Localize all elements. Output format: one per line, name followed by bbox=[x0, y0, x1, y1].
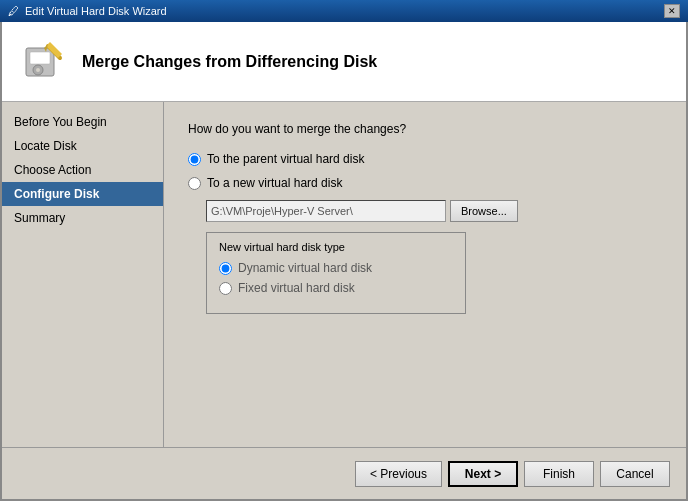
wizard-body: Before You Begin Locate Disk Choose Acti… bbox=[2, 102, 686, 447]
sidebar-item-summary[interactable]: Summary bbox=[2, 206, 163, 230]
dynamic-disk-label: Dynamic virtual hard disk bbox=[238, 261, 372, 275]
wizard-header-icon bbox=[18, 38, 66, 86]
disk-type-box: New virtual hard disk type Dynamic virtu… bbox=[206, 232, 466, 314]
fixed-disk-radio[interactable] bbox=[219, 282, 232, 295]
sidebar-item-before-you-begin[interactable]: Before You Begin bbox=[2, 110, 163, 134]
option1-radio[interactable] bbox=[188, 153, 201, 166]
wizard-footer: < Previous Next > Finish Cancel bbox=[2, 447, 686, 499]
dynamic-disk-option: Dynamic virtual hard disk bbox=[219, 261, 453, 275]
browse-button[interactable]: Browse... bbox=[450, 200, 518, 222]
sidebar-item-locate-disk[interactable]: Locate Disk bbox=[2, 134, 163, 158]
title-bar: 🖊 Edit Virtual Hard Disk Wizard ✕ bbox=[0, 0, 688, 22]
file-path-input[interactable] bbox=[206, 200, 446, 222]
close-button[interactable]: ✕ bbox=[664, 4, 680, 18]
disk-type-legend: New virtual hard disk type bbox=[219, 241, 453, 253]
svg-point-3 bbox=[36, 68, 40, 72]
sidebar-item-choose-action[interactable]: Choose Action bbox=[2, 158, 163, 182]
svg-rect-1 bbox=[30, 52, 50, 64]
content-question: How do you want to merge the changes? bbox=[188, 122, 662, 136]
sidebar-item-configure-disk[interactable]: Configure Disk bbox=[2, 182, 163, 206]
finish-button[interactable]: Finish bbox=[524, 461, 594, 487]
option2-radio[interactable] bbox=[188, 177, 201, 190]
sidebar: Before You Begin Locate Disk Choose Acti… bbox=[2, 102, 164, 447]
previous-button[interactable]: < Previous bbox=[355, 461, 442, 487]
option2-label: To a new virtual hard disk bbox=[207, 176, 342, 190]
cancel-button[interactable]: Cancel bbox=[600, 461, 670, 487]
file-path-row: Browse... bbox=[206, 200, 662, 222]
wizard-container: Merge Changes from Differencing Disk Bef… bbox=[0, 22, 688, 501]
option1-row: To the parent virtual hard disk bbox=[188, 152, 662, 166]
title-bar-title: Edit Virtual Hard Disk Wizard bbox=[25, 5, 167, 17]
wizard-title: Merge Changes from Differencing Disk bbox=[82, 53, 377, 71]
option2-row: To a new virtual hard disk bbox=[188, 176, 662, 190]
wizard-header: Merge Changes from Differencing Disk bbox=[2, 22, 686, 102]
title-bar-icon: 🖊 bbox=[8, 5, 19, 17]
content-area: How do you want to merge the changes? To… bbox=[164, 102, 686, 447]
next-button[interactable]: Next > bbox=[448, 461, 518, 487]
dynamic-disk-radio[interactable] bbox=[219, 262, 232, 275]
option1-label: To the parent virtual hard disk bbox=[207, 152, 364, 166]
fixed-disk-label: Fixed virtual hard disk bbox=[238, 281, 355, 295]
fixed-disk-option: Fixed virtual hard disk bbox=[219, 281, 453, 295]
